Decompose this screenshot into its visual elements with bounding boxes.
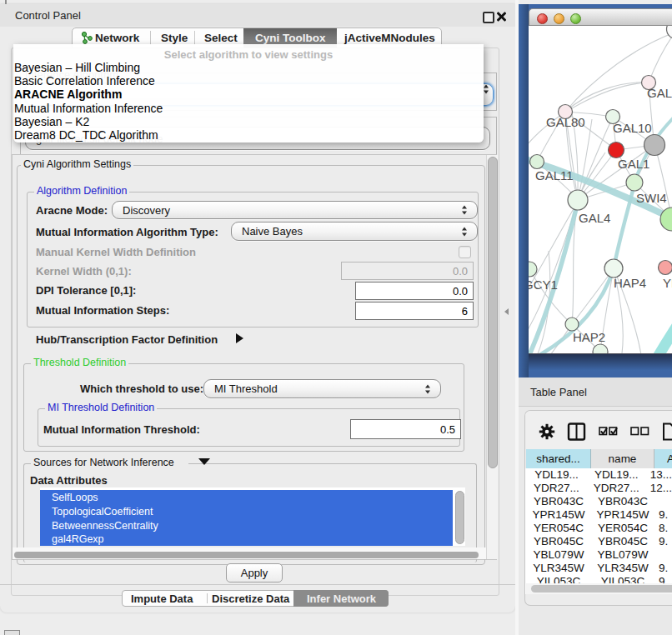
svg-text:GAL10: GAL10 [613,121,652,135]
svg-text:HAP4: HAP4 [614,276,646,290]
svg-text:GAL2: GAL2 [647,86,672,100]
svg-text:GAL1: GAL1 [618,157,649,171]
svg-text:GCY1: GCY1 [529,278,558,292]
svg-text:GAL4: GAL4 [579,211,610,225]
svg-text:SWI4: SWI4 [636,191,667,205]
svg-text:HAP2: HAP2 [573,330,605,344]
svg-text:GAL80: GAL80 [546,115,585,129]
svg-text:YD: YD [663,276,672,290]
svg-text:GAL11: GAL11 [535,168,574,182]
